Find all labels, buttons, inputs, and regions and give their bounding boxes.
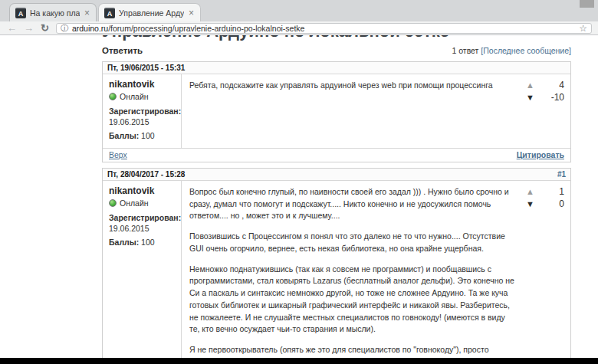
vote-widget: ▲ 1 ▼ 0 xyxy=(526,186,564,358)
post-message: Вопрос был конечно глупый, по наивности … xyxy=(189,186,526,358)
vote-up-count: 1 xyxy=(559,186,564,197)
online-status: Онлайн xyxy=(109,92,176,101)
post-header: Пт, 19/06/2015 - 15:31 xyxy=(103,62,570,74)
tab-strip: A На какую плату лучше п × A Управление … xyxy=(0,0,598,21)
back-icon[interactable]: ← xyxy=(7,23,17,34)
username[interactable]: nikantovik xyxy=(109,185,176,196)
tab-close-icon[interactable]: × xyxy=(84,9,90,17)
post-1: Пт, 19/06/2015 - 15:31 nikantovik Онлайн… xyxy=(102,61,571,162)
page-title-clipped: Управление Ардуино по локальной сетке xyxy=(102,35,571,41)
vote-widget: ▲ 4 ▼ -10 xyxy=(526,80,564,142)
tab-other-topic[interactable]: A На какую плату лучше п × xyxy=(9,3,97,21)
forum-thread: Управление Ардуино по локальной сетке От… xyxy=(102,35,571,358)
browser-toolbar: ← → ↻ ⓘ arduino.ru/forum/processing/upra… xyxy=(0,21,598,35)
browser-window: A На какую плату лучше п × A Управление … xyxy=(0,0,598,364)
tab-current-topic[interactable]: A Управление Ардуино по × xyxy=(98,3,201,21)
top-link[interactable]: Верх xyxy=(109,150,127,159)
post-header: Пт, 28/04/2017 - 15:28 #1 xyxy=(103,169,570,181)
post-content: Ребята, подскажите как управлять ардуино… xyxy=(182,74,570,148)
post-date: Пт, 19/06/2015 - 15:31 xyxy=(107,64,185,72)
vote-down-count: 0 xyxy=(559,198,564,209)
user-info-panel: nikantovik Онлайн Зарегистрирован: 19.06… xyxy=(103,74,182,148)
window-corner-decoration xyxy=(580,0,594,8)
vote-up-icon[interactable]: ▲ xyxy=(526,187,534,196)
online-indicator-icon xyxy=(109,199,117,207)
bookmark-star-icon[interactable]: ☆ xyxy=(579,23,587,34)
answers-count: 1 ответ [Последнее сообщение] xyxy=(452,46,571,55)
bottom-black-bar xyxy=(0,358,598,364)
thread-topbar: Ответить 1 ответ [Последнее сообщение] xyxy=(102,46,571,55)
url-host: arduino.ru xyxy=(72,24,108,33)
online-status: Онлайн xyxy=(109,198,176,208)
tab-title: На какую плату лучше п xyxy=(30,8,80,18)
username[interactable]: nikantovik xyxy=(109,79,176,90)
vote-down-count: -10 xyxy=(551,92,564,103)
reload-icon[interactable]: ↻ xyxy=(41,23,49,34)
vote-down-icon[interactable]: ▼ xyxy=(526,199,534,208)
vote-down-icon[interactable]: ▼ xyxy=(526,93,534,102)
post-2: Пт, 28/04/2017 - 15:28 #1 nikantovik Онл… xyxy=(102,168,571,358)
address-bar[interactable]: ⓘ arduino.ru/forum/processing/upravlenie… xyxy=(56,23,592,34)
vote-up-count: 4 xyxy=(559,80,564,90)
registered-info: Зарегистрирован: 19.06.2015 xyxy=(109,107,176,127)
post-footer: Верх Цитировать xyxy=(103,148,570,162)
page-info-icon[interactable]: ⓘ xyxy=(61,23,68,34)
url-text[interactable]: arduino.ru/forum/processing/upravlenie-a… xyxy=(72,24,576,33)
post-content: Вопрос был конечно глупый, по наивности … xyxy=(182,181,570,358)
quote-link[interactable]: Цитировать xyxy=(517,150,564,159)
points-info: Баллы: 100 xyxy=(109,131,176,142)
forward-icon[interactable]: → xyxy=(24,23,34,34)
url-path: /forum/processing/upravlenie-arduino-po-… xyxy=(108,24,304,33)
arduino-favicon-icon: A xyxy=(104,8,115,18)
post-body: nikantovik Онлайн Зарегистрирован: 19.06… xyxy=(103,181,570,358)
tab-title: Управление Ардуино по xyxy=(119,8,184,18)
post-anchor-link[interactable]: #1 xyxy=(557,170,566,179)
points-info: Баллы: 100 xyxy=(109,238,176,248)
last-message-link[interactable]: [Последнее сообщение] xyxy=(481,46,571,55)
registered-info: Зарегистрирован: 19.06.2015 xyxy=(109,213,176,234)
tab-close-icon[interactable]: × xyxy=(188,9,195,17)
vote-up-icon[interactable]: ▲ xyxy=(526,80,534,90)
post-message: Ребята, подскажите как управлять ардуино… xyxy=(189,80,526,142)
online-indicator-icon xyxy=(109,93,117,100)
post-date: Пт, 28/04/2017 - 15:28 xyxy=(107,170,185,179)
post-body: nikantovik Онлайн Зарегистрирован: 19.06… xyxy=(103,74,570,148)
user-info-panel: nikantovik Онлайн Зарегистрирован: 19.06… xyxy=(103,181,182,358)
arduino-favicon-icon: A xyxy=(15,8,26,18)
reply-thread-link[interactable]: Ответить xyxy=(102,46,143,55)
page-content: Управление Ардуино по локальной сетке От… xyxy=(0,35,598,358)
